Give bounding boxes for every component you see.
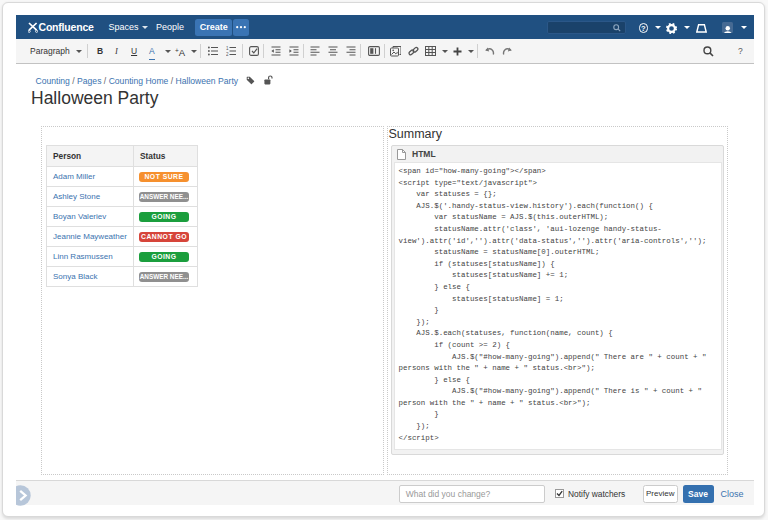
svg-text:2: 2 xyxy=(226,52,229,56)
svg-text:1: 1 xyxy=(226,46,229,51)
